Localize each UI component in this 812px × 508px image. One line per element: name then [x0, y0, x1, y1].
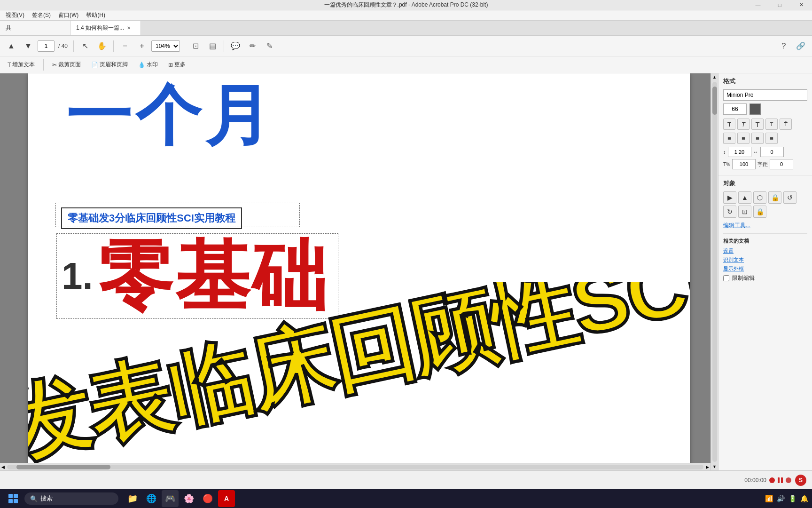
- menu-help[interactable]: 帮助(H): [82, 10, 109, 20]
- scroll-right-button[interactable]: ▶: [704, 463, 710, 471]
- menu-sign[interactable]: 签名(S): [28, 10, 55, 20]
- add-text-button[interactable]: T 增加文本: [4, 59, 39, 71]
- main-content: 一个月 零基础发3分临床回顾性SCI实用教程 1. 零基础: [0, 73, 812, 470]
- status-right: 00:00:00 S: [744, 475, 806, 486]
- taskbar-game-icon[interactable]: 🎮: [162, 490, 179, 507]
- markup-tool-button[interactable]: ✎: [262, 39, 277, 54]
- super-button[interactable]: T̂: [780, 119, 792, 130]
- pdf-title-text: 一个月: [66, 83, 274, 149]
- h-scroll-thumb[interactable]: [16, 465, 110, 469]
- tab-tools[interactable]: 具: [0, 21, 70, 35]
- align-justify-button[interactable]: ≡: [765, 133, 778, 144]
- taskbar-browser-icon[interactable]: 🌐: [143, 490, 160, 507]
- h-scroll-track[interactable]: [7, 465, 703, 469]
- page-number-input[interactable]: 1: [38, 40, 55, 52]
- battery-icon[interactable]: 🔋: [789, 495, 796, 502]
- obj-play-button[interactable]: ▶: [723, 191, 736, 204]
- related-item-settings[interactable]: 设置: [723, 247, 807, 254]
- help-button[interactable]: ?: [776, 39, 791, 54]
- zoom-in-button[interactable]: +: [134, 39, 149, 54]
- tab-document[interactable]: 1.4 如何构架一篇... ✕: [70, 21, 141, 35]
- menu-view[interactable]: 视图(V): [2, 10, 28, 20]
- scroll-down-button[interactable]: ▼: [711, 463, 718, 470]
- scroll-thumb[interactable]: [712, 87, 717, 115]
- scroll-track[interactable]: [712, 82, 717, 462]
- scroll-up-button[interactable]: ▲: [711, 73, 718, 81]
- obj-rotate-ccw-button[interactable]: ↺: [783, 191, 796, 204]
- obj-lock-button[interactable]: 🔒: [768, 191, 781, 204]
- add-text-label: 增加文本: [12, 61, 35, 69]
- zoom-out-button[interactable]: −: [117, 39, 133, 54]
- win-quad-tr: [14, 494, 18, 498]
- font-name-input[interactable]: Minion Pro: [723, 89, 807, 101]
- win-quad-bl: [8, 499, 13, 503]
- obj-arrange-button[interactable]: ⊡: [738, 206, 751, 218]
- align-right-button[interactable]: ≡: [751, 133, 764, 144]
- larger-button[interactable]: T: [751, 119, 764, 130]
- minimize-button[interactable]: —: [747, 0, 769, 10]
- close-button[interactable]: ✕: [790, 0, 812, 10]
- window-title: 一篇优秀的临床回顾性文章？.pdf - Adobe Acrobat Pro DC…: [4, 1, 808, 9]
- format-title: 格式: [723, 77, 807, 86]
- maximize-button[interactable]: □: [769, 0, 790, 10]
- italic-button[interactable]: T: [737, 119, 750, 130]
- taskbar-vpn-icon[interactable]: 🔴: [199, 490, 216, 507]
- comment-tool-button[interactable]: 💬: [228, 39, 243, 54]
- bold-button[interactable]: T: [723, 119, 735, 130]
- related-item-show-border[interactable]: 显示外框: [723, 265, 807, 272]
- kerning-input[interactable]: 0: [770, 159, 793, 169]
- stop-button[interactable]: [786, 477, 791, 483]
- taskbar-flower-icon[interactable]: 🌸: [180, 490, 197, 507]
- color-swatch[interactable]: [750, 103, 761, 115]
- align-left-button[interactable]: ≡: [723, 133, 735, 144]
- align-center-button[interactable]: ≡: [737, 133, 750, 144]
- pause-button[interactable]: [778, 477, 783, 483]
- header-footer-button[interactable]: 📄 页眉和页脚: [87, 59, 132, 71]
- notification-icon[interactable]: 🔔: [800, 495, 808, 502]
- vertical-scrollbar[interactable]: ▲ ▼: [710, 73, 718, 470]
- font-size-input[interactable]: 66: [723, 103, 747, 115]
- line-spacing-input[interactable]: 1.20: [728, 147, 751, 157]
- taskbar-file-icon[interactable]: 📁: [124, 490, 141, 507]
- scroll-left-button[interactable]: ◀: [0, 463, 6, 471]
- more-button[interactable]: ⊞ 更多: [164, 59, 189, 71]
- menu-window[interactable]: 窗口(W): [55, 10, 82, 20]
- pen-tool-button[interactable]: ✏: [245, 39, 260, 54]
- fit-page-button[interactable]: ⊡: [188, 39, 203, 54]
- edit-tools-link[interactable]: 编辑工具...: [723, 222, 807, 230]
- align-row: ≡ ≡ ≡ ≡: [723, 133, 807, 144]
- link-button[interactable]: 🔗: [793, 39, 808, 54]
- volume-icon[interactable]: 🔊: [777, 495, 785, 502]
- start-button[interactable]: [4, 490, 23, 507]
- toolbar-separator-3: [184, 40, 184, 52]
- select-tool-button[interactable]: ↖: [78, 39, 93, 54]
- obj-up-button[interactable]: ▲: [738, 191, 751, 204]
- search-icon: 🔍: [30, 495, 38, 502]
- prev-page-button[interactable]: ▲: [4, 39, 19, 54]
- taskbar-adobe-icon[interactable]: A: [218, 490, 235, 507]
- network-icon[interactable]: 📶: [765, 495, 773, 502]
- sougou-icon[interactable]: S: [795, 475, 806, 486]
- tab-close-button[interactable]: ✕: [127, 25, 131, 31]
- obj-rotate-cw-button[interactable]: ↻: [723, 206, 736, 218]
- watermark-button[interactable]: 💧 水印: [134, 59, 162, 71]
- next-page-button[interactable]: ▼: [21, 39, 36, 54]
- related-item-recognize[interactable]: 识别文本: [723, 256, 807, 263]
- restrict-editing-checkbox[interactable]: [723, 275, 729, 281]
- horizontal-scrollbar[interactable]: ◀ ▶: [0, 463, 710, 470]
- scale-icon: T%: [723, 162, 730, 167]
- char-spacing-input[interactable]: 0: [760, 147, 784, 157]
- pdf-area[interactable]: 一个月 零基础发3分临床回顾性SCI实用教程 1. 零基础: [0, 73, 718, 470]
- search-label: 搜索: [40, 494, 53, 503]
- obj-crop-button[interactable]: ⬡: [753, 191, 766, 204]
- smaller-button[interactable]: T: [765, 119, 778, 130]
- zoom-select[interactable]: 104% 100% 75% 50%: [151, 40, 180, 52]
- taskbar-search[interactable]: 🔍 搜索: [24, 492, 118, 505]
- hand-tool-button[interactable]: ✋: [94, 39, 109, 54]
- crop-button[interactable]: ✂ 裁剪页面: [48, 59, 85, 71]
- format-section: 格式 Minion Pro 66 T T T T T̂ ≡ ≡ ≡ ≡ ↕: [718, 73, 812, 175]
- obj-group-button[interactable]: 🔒: [753, 206, 766, 218]
- view-pages-button[interactable]: ▤: [205, 39, 220, 54]
- scale-input[interactable]: 100: [732, 159, 756, 169]
- menu-bar: 视图(V) 签名(S) 窗口(W) 帮助(H): [0, 10, 812, 21]
